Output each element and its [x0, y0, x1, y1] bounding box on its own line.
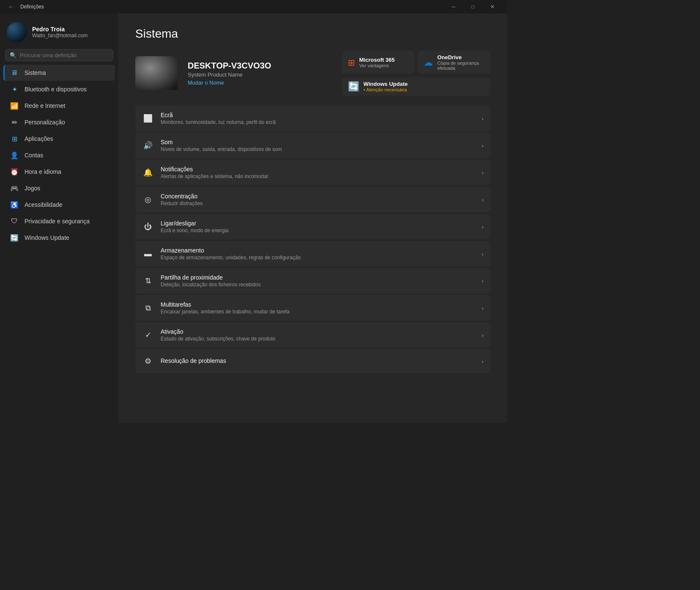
ligar-desc: Ecrã e sono, modo de energia: [161, 228, 475, 233]
windows-update-badge-text: Windows Update Atenção necessária: [364, 81, 408, 92]
armazenamento-desc: Espaço de armazenamento, unidades, regra…: [161, 255, 475, 261]
armazenamento-icon: ▬: [142, 248, 154, 260]
microsoft365-icon: ⊞: [348, 58, 355, 68]
windows-update-badge-sub: Atenção necessária: [364, 87, 408, 92]
notificacoes-desc: Alertas de aplicações e sistema, não inc…: [161, 173, 475, 179]
sidebar-item-label: Personalização: [25, 119, 65, 126]
sidebar-item-bluetooth[interactable]: ✦ Bluetooth e dispositivos: [3, 81, 115, 97]
concentracao-desc: Reduzir distrações: [161, 200, 475, 206]
ativacao-chevron: ›: [482, 332, 484, 338]
settings-item-notificacoes[interactable]: 🔔 Notificações Alertas de aplicações e s…: [135, 160, 490, 185]
ecra-chevron: ›: [482, 115, 484, 122]
settings-item-armazenamento[interactable]: ▬ Armazenamento Espaço de armazenamento,…: [135, 241, 490, 266]
sidebar-item-hora[interactable]: ⏰ Hora e idioma: [3, 164, 115, 180]
microsoft365-sub: Ver vantagens: [359, 63, 395, 68]
user-section[interactable]: Pedro Troia Watto_fan@hotmail.com: [0, 19, 118, 49]
settings-item-ativacao[interactable]: ✓ Ativação Estado de ativação, subscriçõ…: [135, 322, 490, 348]
page-title: Sistema: [135, 27, 490, 41]
settings-item-ligar[interactable]: ⏻ Ligar/desligar Ecrã e sono, modo de en…: [135, 214, 490, 239]
partilha-desc: Deteção, localização dos ficheiros receb…: [161, 282, 475, 288]
moon-graphic: [135, 56, 178, 90]
som-title: Som: [161, 139, 475, 145]
windows-update-badge-icon: 🔄: [348, 81, 359, 92]
microsoft365-badge[interactable]: ⊞ Microsoft 365 Ver vantagens: [342, 51, 415, 74]
search-bar[interactable]: 🔍: [5, 49, 113, 61]
top-right-cards: ⊞ Microsoft 365 Ver vantagens ☁ OneDrive…: [342, 51, 490, 96]
rede-icon: 📶: [10, 102, 19, 110]
personalizacao-icon: ✏: [10, 118, 19, 126]
onedrive-sub: Cópia de segurança efetuada: [437, 60, 484, 71]
multitarefas-chevron: ›: [482, 305, 484, 311]
user-info: Pedro Troia Watto_fan@hotmail.com: [32, 26, 88, 38]
device-image: [135, 56, 178, 90]
microsoft365-text: Microsoft 365 Ver vantagens: [359, 57, 395, 68]
ligar-icon: ⏻: [142, 221, 154, 233]
settings-item-concentracao[interactable]: ◎ Concentração Reduzir distrações ›: [135, 187, 490, 212]
som-text: Som Níveis de volume, saída, entrada, di…: [161, 139, 475, 152]
sidebar-item-aplicacoes[interactable]: ⊞ Aplicações: [3, 131, 115, 147]
windows-update-badge[interactable]: 🔄 Windows Update Atenção necessária: [342, 77, 490, 96]
resolucao-title: Resolução de problemas: [161, 357, 475, 364]
multitarefas-title: Multitarefas: [161, 301, 475, 308]
sidebar-item-acessibilidade[interactable]: ♿ Acessibilidade: [3, 197, 115, 213]
concentracao-text: Concentração Reduzir distrações: [161, 193, 475, 206]
window-content: Pedro Troia Watto_fan@hotmail.com 🔍 🖥 Si…: [0, 14, 507, 423]
ecra-desc: Monitores, luminosidade, luz noturna, pe…: [161, 119, 475, 125]
ecra-title: Ecrã: [161, 112, 475, 118]
sidebar-item-rede[interactable]: 📶 Rede e Internet: [3, 98, 115, 114]
settings-item-resolucao[interactable]: ⚙ Resolução de problemas ›: [135, 349, 490, 373]
ativacao-title: Ativação: [161, 328, 475, 335]
jogos-icon: 🎮: [10, 184, 19, 192]
maximize-button[interactable]: □: [463, 0, 483, 14]
settings-list: ⬜ Ecrã Monitores, luminosidade, luz notu…: [135, 106, 490, 373]
sidebar-item-label: Hora e idioma: [25, 168, 61, 175]
aplicacoes-icon: ⊞: [10, 134, 19, 143]
device-product: System Product Name: [188, 71, 332, 78]
settings-item-som[interactable]: 🔊 Som Níveis de volume, saída, entrada, …: [135, 133, 490, 158]
onedrive-title: OneDrive: [437, 54, 484, 60]
onedrive-badge[interactable]: ☁ OneDrive Cópia de segurança efetuada: [418, 51, 490, 74]
sidebar-item-label: Contas: [25, 152, 43, 159]
som-chevron: ›: [482, 143, 484, 149]
ligar-text: Ligar/desligar Ecrã e sono, modo de ener…: [161, 220, 475, 233]
avatar: [7, 22, 27, 42]
ativacao-text: Ativação Estado de ativação, subscrições…: [161, 328, 475, 342]
window-controls: ─ □ ✕: [444, 0, 502, 14]
ativacao-icon: ✓: [142, 329, 154, 341]
top-card: DESKTOP-V3CVO3O System Product Name Muda…: [135, 51, 490, 96]
sidebar-item-jogos[interactable]: 🎮 Jogos: [3, 180, 115, 196]
multitarefas-text: Multitarefas Encaixar janelas, ambientes…: [161, 301, 475, 315]
settings-window: ← Definições ─ □ ✕ Pedro Troia Watto_fan…: [0, 0, 507, 423]
device-info: DESKTOP-V3CVO3O System Product Name Muda…: [188, 61, 332, 86]
settings-item-ecra[interactable]: ⬜ Ecrã Monitores, luminosidade, luz notu…: [135, 106, 490, 131]
minimize-button[interactable]: ─: [444, 0, 463, 14]
sidebar-item-personalizacao[interactable]: ✏ Personalização: [3, 114, 115, 130]
ativacao-desc: Estado de ativação, subscrições, chave d…: [161, 336, 475, 342]
back-button[interactable]: ←: [5, 1, 17, 13]
sidebar-item-sistema[interactable]: 🖥 Sistema: [3, 65, 115, 81]
sidebar-item-label: Sistema: [25, 69, 46, 76]
sidebar-item-contas[interactable]: 👤 Contas: [3, 147, 115, 163]
multitarefas-icon: ⧉: [142, 302, 154, 314]
ligar-chevron: ›: [482, 224, 484, 230]
settings-item-multitarefas[interactable]: ⧉ Multitarefas Encaixar janelas, ambient…: [135, 295, 490, 321]
close-button[interactable]: ✕: [483, 0, 502, 14]
notificacoes-icon: 🔔: [142, 167, 154, 178]
sidebar-item-windows-update[interactable]: 🔄 Windows Update: [3, 230, 115, 246]
ecra-icon: ⬜: [142, 113, 154, 124]
concentracao-title: Concentração: [161, 193, 475, 200]
rename-button[interactable]: Mudar o Nome: [188, 80, 332, 86]
bluetooth-icon: ✦: [10, 85, 19, 93]
sidebar-item-privacidade[interactable]: 🛡 Privacidade e segurança: [3, 213, 115, 229]
contas-icon: 👤: [10, 151, 19, 159]
device-name: DESKTOP-V3CVO3O: [188, 61, 332, 71]
search-input[interactable]: [20, 52, 109, 58]
settings-item-partilha[interactable]: ⇅ Partilha de proximidade Deteção, local…: [135, 268, 490, 294]
som-desc: Níveis de volume, saída, entrada, dispos…: [161, 146, 475, 152]
notificacoes-text: Notificações Alertas de aplicações e sis…: [161, 166, 475, 179]
concentracao-icon: ◎: [142, 194, 154, 206]
main-content: Sistema DESKTOP-V3CVO3O System Product N…: [118, 14, 507, 423]
user-email: Watto_fan@hotmail.com: [32, 33, 88, 38]
onedrive-icon: ☁: [424, 57, 433, 68]
partilha-text: Partilha de proximidade Deteção, localiz…: [161, 274, 475, 288]
